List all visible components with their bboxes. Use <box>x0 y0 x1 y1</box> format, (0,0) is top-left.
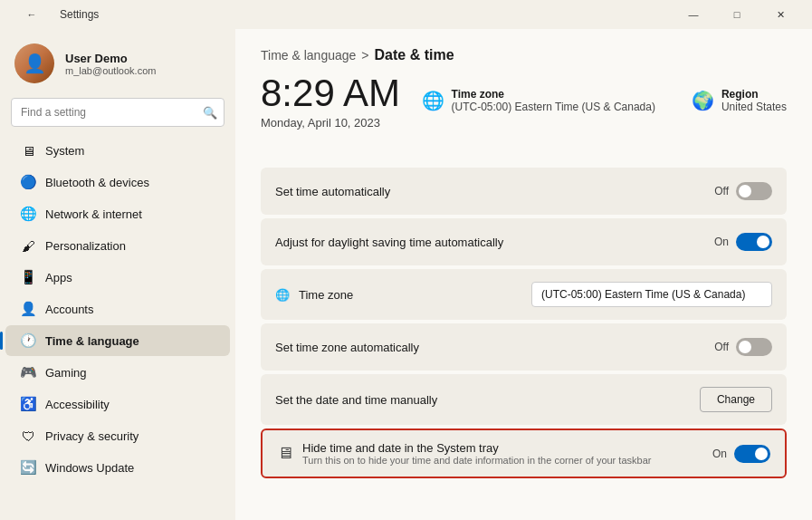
settings-list: Set time automatically Off Adjust for da… <box>261 168 787 478</box>
breadcrumb-separator: > <box>361 48 368 63</box>
region-value: United States <box>721 101 787 113</box>
nav-label-apps: Apps <box>45 271 72 284</box>
set-timezone-auto-label: Set time zone automatically <box>275 341 419 354</box>
set-date-manually-label: Set the date and time manually <box>275 393 437 407</box>
search-box: 🔍 <box>11 98 224 127</box>
daylight-saving-thumb <box>757 236 769 248</box>
hide-systray-icon: 🖥 <box>277 444 293 463</box>
search-input[interactable] <box>11 98 224 127</box>
daylight-saving-status: On <box>714 236 729 248</box>
back-button[interactable]: ← <box>11 0 53 29</box>
hide-systray-toggle[interactable] <box>734 445 770 463</box>
titlebar-controls: — □ ✕ <box>673 0 801 29</box>
set-date-manually-row: Set the date and time manually Change <box>261 374 787 425</box>
timezone-icon: 🌐 <box>422 90 444 111</box>
hide-systray-right: On <box>712 445 770 463</box>
daylight-saving-row: Adjust for daylight saving time automati… <box>261 218 787 265</box>
timezone-row: 🌐 Time zone (UTC-05:00) Eastern Time (US… <box>261 269 787 320</box>
hide-systray-status: On <box>712 448 727 460</box>
sidebar-item-accessibility[interactable]: ♿ Accessibility <box>5 389 230 419</box>
set-date-manually-right: Change <box>700 387 772 412</box>
set-timezone-auto-toggle[interactable] <box>736 338 772 356</box>
sidebar-item-apps[interactable]: 📱 Apps <box>5 262 230 293</box>
set-timezone-auto-thumb <box>739 341 751 353</box>
nav-icon-windows-update: 🔄 <box>20 459 36 476</box>
titlebar: ← Settings — □ ✕ <box>0 0 812 29</box>
set-time-auto-label: Set time automatically <box>275 185 390 198</box>
set-timezone-auto-right: Off <box>714 338 772 356</box>
daylight-saving-toggle[interactable] <box>736 233 772 251</box>
hide-systray-title: Hide time and date in the System tray <box>302 441 651 455</box>
user-profile: 👤 User Demo m_lab@outlook.com <box>0 29 235 94</box>
region-label: Region <box>721 88 787 101</box>
sidebar-item-network[interactable]: 🌐 Network & internet <box>5 198 230 229</box>
hide-systray-thumb <box>755 448 768 460</box>
nav-label-system: System <box>45 144 84 158</box>
daylight-saving-right: On <box>714 233 772 251</box>
sidebar-item-privacy[interactable]: 🛡 Privacy & security <box>5 420 230 451</box>
user-name: User Demo <box>65 52 156 65</box>
sidebar-item-windows-update[interactable]: 🔄 Windows Update <box>5 452 230 483</box>
nav-icon-apps: 📱 <box>20 269 36 285</box>
hide-systray-row: 🖥 Hide time and date in the System tray … <box>261 429 787 478</box>
nav-label-network: Network & internet <box>45 207 142 221</box>
nav-list: 🖥 System 🔵 Bluetooth & devices 🌐 Network… <box>0 134 235 484</box>
timezone-row-icon: 🌐 <box>275 288 290 302</box>
nav-icon-gaming: 🎮 <box>20 364 36 380</box>
breadcrumb-parent: Time & language <box>261 48 356 63</box>
hide-systray-left: 🖥 Hide time and date in the System tray … <box>277 441 651 466</box>
sidebar-item-bluetooth[interactable]: 🔵 Bluetooth & devices <box>5 167 230 197</box>
app-container: 👤 User Demo m_lab@outlook.com 🔍 🖥 System… <box>0 29 812 520</box>
user-info: User Demo m_lab@outlook.com <box>65 52 156 76</box>
avatar-image: 👤 <box>14 43 54 83</box>
breadcrumb-current: Date & time <box>375 47 454 63</box>
timezone-select[interactable]: (UTC-05:00) Eastern Time (US & Canada) (… <box>531 282 772 307</box>
set-time-auto-status: Off <box>714 185 729 197</box>
sidebar-item-gaming[interactable]: 🎮 Gaming <box>5 357 230 388</box>
nav-icon-personalization: 🖌 <box>20 237 36 254</box>
sidebar-item-accounts[interactable]: 👤 Accounts <box>5 294 230 324</box>
nav-icon-bluetooth: 🔵 <box>20 174 36 190</box>
minimize-button[interactable]: — <box>673 0 714 29</box>
nav-label-privacy: Privacy & security <box>45 429 139 443</box>
nav-icon-time-language: 🕐 <box>20 332 36 349</box>
region-icon: 🌍 <box>692 90 714 111</box>
avatar: 👤 <box>14 43 54 83</box>
change-button[interactable]: Change <box>700 387 772 412</box>
nav-icon-accounts: 👤 <box>20 301 36 317</box>
nav-icon-accessibility: ♿ <box>20 396 36 412</box>
set-timezone-auto-row: Set time zone automatically Off <box>261 323 787 371</box>
hide-systray-text: Hide time and date in the System tray Tu… <box>302 441 651 466</box>
timezone-label: Time zone <box>452 88 655 101</box>
date-display: Monday, April 10, 2023 <box>261 116 787 130</box>
nav-icon-network: 🌐 <box>20 206 36 222</box>
sidebar-item-system[interactable]: 🖥 System <box>5 135 230 166</box>
region-info-block: 🌍 Region United States <box>692 88 787 113</box>
set-time-auto-toggle[interactable] <box>736 182 772 200</box>
timezone-row-label: 🌐 Time zone <box>275 288 353 302</box>
titlebar-left: ← Settings <box>11 0 99 29</box>
timezone-row-right: (UTC-05:00) Eastern Time (US & Canada) (… <box>531 282 772 307</box>
main-content: Time & language > Date & time 8:29 AM Mo… <box>235 29 812 520</box>
sidebar: 👤 User Demo m_lab@outlook.com 🔍 🖥 System… <box>0 29 235 520</box>
sidebar-item-time-language[interactable]: 🕐 Time & language <box>5 325 230 356</box>
nav-label-accessibility: Accessibility <box>45 398 110 411</box>
timezone-text: Time zone (UTC-05:00) Eastern Time (US &… <box>452 88 655 113</box>
nav-label-accounts: Accounts <box>45 303 93 316</box>
timezone-value: (UTC-05:00) Eastern Time (US & Canada) <box>452 101 655 113</box>
set-time-auto-row: Set time automatically Off <box>261 168 787 215</box>
nav-label-gaming: Gaming <box>45 366 87 380</box>
nav-label-windows-update: Windows Update <box>45 461 134 475</box>
daylight-saving-label: Adjust for daylight saving time automati… <box>275 236 503 249</box>
maximize-button[interactable]: □ <box>716 0 758 29</box>
set-time-auto-right: Off <box>714 182 772 200</box>
close-button[interactable]: ✕ <box>759 0 801 29</box>
region-text: Region United States <box>721 88 787 113</box>
breadcrumb: Time & language > Date & time <box>261 47 787 63</box>
search-icon: 🔍 <box>203 106 217 120</box>
timezone-info-block: 🌐 Time zone (UTC-05:00) Eastern Time (US… <box>422 88 655 113</box>
set-time-auto-thumb <box>739 185 751 197</box>
nav-icon-privacy: 🛡 <box>20 428 36 444</box>
sidebar-item-personalization[interactable]: 🖌 Personalization <box>5 230 230 261</box>
hide-systray-subtitle: Turn this on to hide your time and date … <box>302 455 651 466</box>
